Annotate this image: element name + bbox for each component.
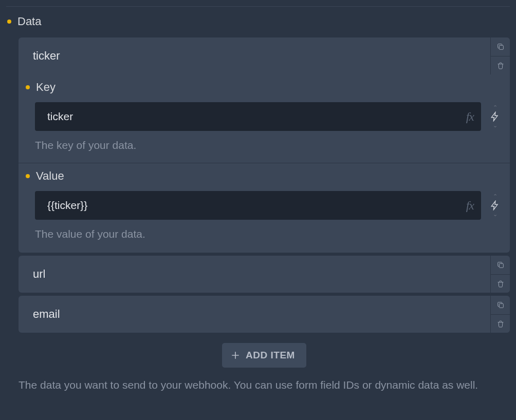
value-input[interactable]: [35, 191, 481, 220]
field-value: Value fx ⌃ ⌄ The value of your da: [19, 163, 510, 252]
data-item-name[interactable]: ticker: [19, 37, 490, 74]
chevron-down-icon: ⌄: [493, 212, 497, 217]
bullet-icon: [7, 20, 11, 24]
plus-icon: [230, 350, 241, 360]
delete-item-button[interactable]: [491, 314, 510, 333]
section-hint: The data you want to send to your webhoo…: [6, 377, 510, 393]
svg-rect-1: [499, 263, 503, 268]
add-item-label: ADD ITEM: [246, 350, 295, 361]
bolt-icon: [490, 111, 500, 122]
field-hint-value: The value of your data.: [19, 220, 510, 243]
duplicate-icon: [496, 43, 505, 51]
panel-top-divider: [6, 6, 510, 7]
trash-icon: [496, 280, 505, 288]
trash-icon: [496, 62, 505, 70]
bolt-icon: [490, 200, 500, 211]
dynamic-insert-button[interactable]: ⌃ ⌄: [486, 194, 504, 217]
svg-rect-2: [499, 303, 503, 308]
chevron-down-icon: ⌄: [493, 123, 497, 128]
duplicate-item-button[interactable]: [491, 37, 510, 56]
duplicate-icon: [496, 301, 505, 309]
data-item-url: url: [19, 256, 510, 293]
section-title: Data: [17, 15, 41, 28]
add-item-button[interactable]: ADD ITEM: [222, 343, 306, 368]
field-label-value: Value: [36, 169, 64, 183]
data-item-email: email: [19, 296, 510, 333]
dynamic-insert-button[interactable]: ⌃ ⌄: [486, 105, 504, 128]
duplicate-item-button[interactable]: [491, 296, 510, 314]
duplicate-icon: [496, 261, 505, 269]
delete-item-button[interactable]: [491, 56, 510, 74]
field-key: Key fx ⌃ ⌄ The key of your data.: [19, 74, 510, 163]
bullet-icon: [26, 85, 30, 89]
bullet-icon: [26, 174, 30, 178]
section-header: Data: [6, 15, 510, 28]
field-hint-key: The key of your data.: [19, 131, 510, 155]
svg-rect-0: [499, 45, 503, 49]
trash-icon: [496, 320, 505, 328]
key-input[interactable]: [35, 102, 481, 131]
data-item-name[interactable]: email: [19, 296, 490, 333]
field-label-key: Key: [36, 81, 56, 94]
delete-item-button[interactable]: [491, 274, 510, 293]
chevron-up-icon: ⌃: [493, 105, 497, 110]
duplicate-item-button[interactable]: [491, 256, 510, 274]
data-item-name[interactable]: url: [19, 256, 490, 293]
chevron-up-icon: ⌃: [493, 194, 497, 199]
data-item-ticker: ticker Key: [19, 37, 510, 253]
